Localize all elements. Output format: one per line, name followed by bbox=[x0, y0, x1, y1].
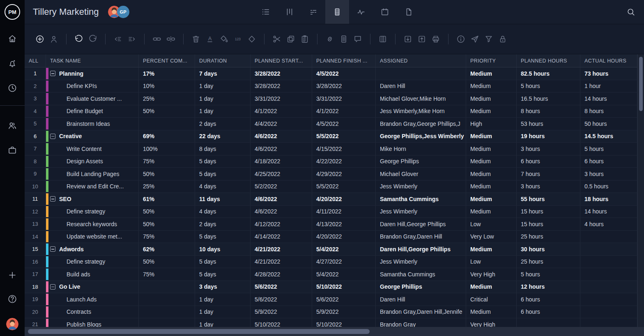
column-header-duration[interactable]: DURATION bbox=[195, 54, 251, 67]
user-avatar[interactable] bbox=[6, 318, 18, 330]
cell-priority[interactable]: Low bbox=[466, 256, 517, 268]
cell-finish[interactable]: 5/5/2022 bbox=[312, 130, 376, 143]
cell-duration[interactable]: 1 day bbox=[195, 318, 251, 327]
cell-start[interactable]: 5/2/2022 bbox=[251, 181, 312, 193]
cell-planned[interactable]: 7 hours bbox=[517, 168, 580, 180]
cell-actual[interactable] bbox=[580, 231, 637, 243]
cell-assigned[interactable]: Daren Hill bbox=[376, 80, 466, 93]
cell-duration[interactable]: 5 days bbox=[195, 168, 251, 180]
cell-task-name[interactable]: Define Budget bbox=[46, 105, 139, 118]
cell-task-name[interactable]: Define strategy bbox=[46, 256, 139, 268]
cell-finish[interactable]: 5/5/2022 bbox=[312, 181, 376, 193]
cell-finish[interactable]: 4/15/2022 bbox=[312, 143, 376, 155]
cell-assigned[interactable]: Jess Wimberly,Mike Horn bbox=[376, 105, 466, 118]
cell-finish[interactable]: 4/13/2022 bbox=[312, 218, 376, 230]
cell-actual[interactable] bbox=[580, 243, 637, 255]
cell-percent[interactable]: 50% bbox=[139, 168, 195, 180]
collapse-icon[interactable] bbox=[50, 284, 55, 290]
member-avatar[interactable]: GP bbox=[117, 6, 129, 18]
cell-priority[interactable]: Medium bbox=[466, 168, 517, 180]
cell-task-name[interactable]: Creative bbox=[46, 130, 139, 143]
cell-finish[interactable]: 3/31/2022 bbox=[312, 93, 376, 105]
cell-actual[interactable] bbox=[580, 293, 637, 306]
cell-task-name[interactable]: Define strategy bbox=[46, 206, 139, 218]
cell-task-name[interactable]: Build Landing Pages bbox=[46, 168, 139, 180]
cell-finish[interactable]: 4/5/2022 bbox=[312, 118, 376, 130]
cell-task-name[interactable]: Research keywords bbox=[46, 218, 139, 230]
cell-planned[interactable]: 55 hours bbox=[517, 193, 580, 205]
cell-task-name[interactable]: Brainstorm Ideas bbox=[46, 118, 139, 130]
cell-start[interactable]: 5/9/2022 bbox=[251, 306, 312, 318]
cell-start[interactable]: 4/25/2022 bbox=[251, 168, 312, 180]
search-icon[interactable] bbox=[625, 6, 637, 18]
cell-start[interactable]: 4/28/2022 bbox=[251, 268, 312, 280]
column-header-all[interactable]: ALL bbox=[25, 54, 46, 67]
cell-priority[interactable]: Medium bbox=[466, 155, 517, 168]
cell-percent[interactable] bbox=[139, 281, 195, 293]
cell-planned[interactable]: 5 hours bbox=[517, 268, 580, 280]
row-number-cell[interactable]: 13 bbox=[25, 218, 46, 230]
shape-button[interactable] bbox=[246, 34, 257, 44]
row-number-cell[interactable]: 15 bbox=[25, 243, 46, 255]
cell-actual[interactable]: 6 hours bbox=[580, 155, 637, 168]
cell-actual[interactable] bbox=[580, 256, 637, 268]
collapse-icon[interactable] bbox=[50, 196, 55, 202]
cell-start[interactable]: 4/6/2022 bbox=[251, 143, 312, 155]
cell-start[interactable]: 4/6/2022 bbox=[251, 130, 312, 143]
cell-planned[interactable]: 15 hours bbox=[517, 206, 580, 218]
fill-color-button[interactable] bbox=[218, 34, 229, 44]
link-task-button[interactable] bbox=[152, 34, 162, 44]
column-header-percent-com[interactable]: PERCENT COM... bbox=[139, 54, 195, 67]
row-number-cell[interactable]: 14 bbox=[25, 231, 46, 243]
tab-sheet-view[interactable] bbox=[325, 0, 349, 24]
cell-percent[interactable]: 100% bbox=[139, 143, 195, 155]
cell-planned[interactable]: 3 hours bbox=[517, 143, 580, 155]
cell-finish[interactable]: 3/28/2022 bbox=[312, 80, 376, 93]
indent-button[interactable] bbox=[126, 34, 137, 44]
notes-button[interactable] bbox=[338, 34, 349, 44]
row-number-cell[interactable]: 11 bbox=[25, 193, 46, 205]
cell-percent[interactable]: 61% bbox=[139, 193, 195, 205]
row-number-cell[interactable]: 5 bbox=[25, 118, 46, 130]
row-number-cell[interactable]: 16 bbox=[25, 256, 46, 268]
cell-percent[interactable] bbox=[139, 293, 195, 306]
cell-priority[interactable]: Critical bbox=[466, 293, 517, 306]
cell-actual[interactable] bbox=[580, 268, 637, 280]
cell-duration[interactable]: 3 days bbox=[195, 281, 251, 293]
cell-assigned[interactable]: Daren Hill,George Phillips bbox=[376, 243, 466, 255]
cell-planned[interactable]: 12 hours bbox=[517, 281, 580, 293]
cell-task-name[interactable]: Build ads bbox=[46, 268, 139, 280]
horizontal-scrollbar[interactable] bbox=[25, 327, 644, 336]
cell-planned[interactable]: 16.5 hours bbox=[517, 93, 580, 105]
cell-start[interactable]: 4/21/2022 bbox=[251, 256, 312, 268]
cell-actual[interactable]: 73 hours bbox=[580, 67, 637, 80]
cell-planned[interactable]: 8 hours bbox=[517, 105, 580, 118]
cell-percent[interactable]: 50% bbox=[139, 105, 195, 118]
cell-actual[interactable] bbox=[580, 306, 637, 318]
tab-activity-view[interactable] bbox=[349, 0, 373, 24]
column-header-planned-finish[interactable]: PLANNED FINISH ... bbox=[312, 54, 376, 67]
cell-planned[interactable]: 6 hours bbox=[517, 306, 580, 318]
cell-task-name[interactable]: Launch Ads bbox=[46, 293, 139, 306]
tab-gantt-view[interactable] bbox=[301, 0, 325, 24]
home-icon[interactable] bbox=[7, 34, 17, 44]
cell-assigned[interactable]: Michael Glover bbox=[376, 168, 466, 180]
export-button[interactable] bbox=[416, 34, 427, 44]
row-number-cell[interactable]: 9 bbox=[25, 168, 46, 180]
cell-actual[interactable] bbox=[580, 281, 637, 293]
cell-planned[interactable]: 30 hours bbox=[517, 243, 580, 255]
cell-finish[interactable]: 5/9/2022 bbox=[312, 306, 376, 318]
cell-duration[interactable]: 7 days bbox=[195, 67, 251, 80]
cell-start[interactable]: 4/21/2022 bbox=[251, 243, 312, 255]
team-icon[interactable] bbox=[7, 120, 17, 130]
cut-button[interactable] bbox=[271, 34, 282, 44]
tab-board-view[interactable] bbox=[278, 0, 301, 24]
cell-task-name[interactable]: Planning bbox=[46, 67, 139, 80]
cell-planned[interactable]: 5 hours bbox=[517, 80, 580, 93]
cell-planned[interactable]: 25 hours bbox=[517, 256, 580, 268]
cell-start[interactable]: 4/12/2022 bbox=[251, 218, 312, 230]
cell-priority[interactable]: Medium bbox=[466, 143, 517, 155]
cell-percent[interactable]: 50% bbox=[139, 218, 195, 230]
cell-duration[interactable]: 5 days bbox=[195, 256, 251, 268]
cell-duration[interactable]: 2 days bbox=[195, 118, 251, 130]
